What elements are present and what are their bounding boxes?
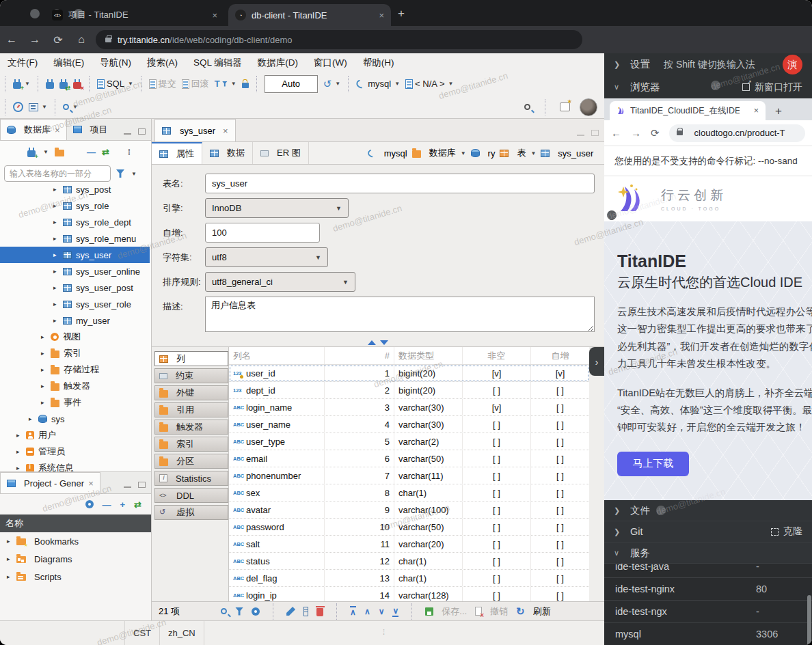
- minimize-panel-icon[interactable]: [124, 486, 131, 488]
- column-autoincrement-checkbox[interactable]: [ ]: [531, 519, 589, 535]
- tree-item[interactable]: ▸ 用户: [0, 427, 150, 443]
- collapse-all-icon[interactable]: —: [87, 147, 96, 157]
- perspective-icon[interactable]: [560, 102, 570, 111]
- category-item[interactable]: 分区: [154, 454, 228, 469]
- new-tab-button[interactable]: +: [398, 7, 405, 20]
- files-section-header[interactable]: ❯ 文件: [604, 500, 812, 521]
- table-row[interactable]: status 12 char(1) [ ] [ ]: [229, 553, 589, 570]
- close-tab-icon[interactable]: ×: [754, 106, 759, 115]
- category-item[interactable]: 约束: [154, 368, 228, 383]
- column-notnull-checkbox[interactable]: [v]: [463, 399, 531, 415]
- lock-button[interactable]: [239, 79, 252, 88]
- git-section-header[interactable]: ❯ Git 克隆: [604, 521, 812, 543]
- table-row[interactable]: user_name 4 varchar(30) [ ] [ ]: [229, 416, 589, 433]
- browser-section-header[interactable]: ∨ 浏览器 新窗口打开: [604, 76, 812, 98]
- revert-icon[interactable]: [475, 607, 482, 616]
- reload-icon[interactable]: ⟳: [46, 33, 70, 46]
- close-tab-icon[interactable]: ×: [223, 126, 228, 136]
- breadcrumb-item[interactable]: 表 ▼: [500, 147, 536, 159]
- view-menu-icon[interactable]: ⁞: [128, 147, 131, 157]
- table-row[interactable]: dept_id 2 bigint(20) [ ] [ ]: [229, 382, 589, 399]
- column-autoincrement-checkbox[interactable]: [ ]: [531, 502, 589, 518]
- close-tab-icon[interactable]: ×: [202, 10, 217, 20]
- expand-arrow-icon[interactable]: ▸: [29, 415, 38, 422]
- column-notnull-checkbox[interactable]: [ ]: [463, 450, 531, 467]
- column-notnull-checkbox[interactable]: [ ]: [463, 467, 531, 484]
- column-autoincrement-checkbox[interactable]: [ ]: [531, 467, 589, 484]
- tree-item[interactable]: ▸ sys_user_role: [0, 296, 150, 312]
- breadcrumb-item[interactable]: ry: [471, 148, 496, 159]
- tree-item[interactable]: ▸ 视图: [0, 329, 150, 345]
- column-notnull-checkbox[interactable]: [ ]: [463, 536, 531, 552]
- project-tree-item[interactable]: ▸ Bookmarks: [0, 532, 151, 550]
- forward-icon[interactable]: →: [631, 127, 641, 139]
- expand-arrow-icon[interactable]: ▸: [41, 366, 51, 373]
- project-tree-item[interactable]: ▸ Diagrams: [0, 550, 151, 568]
- rollback-button[interactable]: 回滚: [179, 78, 212, 90]
- gear-icon[interactable]: [252, 607, 260, 616]
- link-editor-icon[interactable]: ⇄: [102, 147, 109, 157]
- services-section-header[interactable]: ∨ 服务: [604, 543, 812, 564]
- subtab-data[interactable]: 数据: [202, 142, 253, 164]
- category-item[interactable]: Statistics: [154, 471, 228, 486]
- dashboard-button[interactable]: [10, 102, 26, 112]
- subtab-properties[interactable]: 属性: [152, 142, 202, 164]
- search-icon[interactable]: [221, 608, 227, 614]
- expand-arrow-icon[interactable]: ▸: [16, 448, 26, 455]
- expand-arrow-icon[interactable]: ▸: [16, 432, 26, 439]
- table-row[interactable]: login_name 3 varchar(30) [v] [ ]: [229, 399, 589, 416]
- menu-item[interactable]: 窗口(W): [314, 57, 347, 69]
- table-name-input[interactable]: [205, 174, 595, 193]
- service-row[interactable]: mysql 3306: [604, 623, 812, 645]
- connect-button[interactable]: [43, 79, 57, 89]
- collapse-side-panel-button[interactable]: ›: [589, 347, 604, 376]
- table-filter-input[interactable]: [4, 165, 111, 182]
- table-row[interactable]: sex 8 char(1) [ ] [ ]: [229, 484, 589, 502]
- tab-project-general[interactable]: Project - Gener ×: [0, 472, 100, 493]
- expand-arrow-icon[interactable]: ▸: [41, 350, 51, 357]
- subtab-er-diagram[interactable]: ER 图: [253, 142, 309, 164]
- collapse-all-icon[interactable]: —: [103, 499, 111, 510]
- chevron-down-icon[interactable]: ▼: [530, 150, 536, 156]
- project-tree-item[interactable]: ▸ Scripts: [0, 568, 151, 586]
- minimize-panel-icon[interactable]: [124, 133, 131, 135]
- plug-new-icon[interactable]: +: [27, 150, 36, 157]
- reconnect-button[interactable]: ⇄: [57, 79, 70, 89]
- tree-item[interactable]: ▸ sys_role: [0, 197, 150, 214]
- tree-item[interactable]: ▸ 触发器: [0, 378, 150, 394]
- browser-tab-db-client[interactable]: ◔ db-client - TitanIDE ×: [228, 4, 391, 26]
- expand-arrow-icon[interactable]: ▸: [7, 538, 16, 545]
- tab-database[interactable]: 数据库 ×: [0, 119, 67, 140]
- close-tab-icon[interactable]: ×: [88, 478, 94, 489]
- download-button[interactable]: 马上下载: [617, 452, 689, 476]
- gear-icon[interactable]: [85, 500, 94, 508]
- tree-item[interactable]: ▸ sys_user: [0, 247, 150, 263]
- new-folder-icon[interactable]: [55, 150, 64, 156]
- chevron-down-icon[interactable]: ▼: [461, 150, 466, 156]
- user-avatar[interactable]: [580, 98, 597, 116]
- link-editor-icon[interactable]: ⇄: [134, 499, 141, 510]
- table-row[interactable]: password 10 varchar(50) [ ] [ ]: [229, 519, 589, 536]
- tree-item[interactable]: ▸ sys_user_post: [0, 279, 150, 296]
- column-autoincrement-checkbox[interactable]: [v]: [531, 365, 589, 381]
- description-textarea[interactable]: [205, 297, 595, 332]
- revert-button[interactable]: 撤销: [490, 605, 508, 618]
- maximize-panel-icon[interactable]: [138, 128, 146, 135]
- refresh-icon[interactable]: ↻: [516, 605, 525, 618]
- expand-arrow-icon[interactable]: ▸: [53, 268, 63, 275]
- expand-arrow-icon[interactable]: ▸: [41, 399, 51, 406]
- menu-item[interactable]: 导航(N): [100, 57, 131, 69]
- column-notnull-checkbox[interactable]: [ ]: [463, 433, 531, 450]
- category-item[interactable]: 触发器: [154, 420, 228, 435]
- close-window-button[interactable]: [30, 9, 40, 18]
- service-row[interactable]: ide-test-ngx -: [604, 601, 812, 623]
- edit-icon[interactable]: [286, 607, 295, 616]
- engine-select[interactable]: InnoDB▼: [205, 198, 349, 218]
- collapse-down-icon[interactable]: [380, 340, 388, 345]
- go-first-icon[interactable]: ∧: [350, 606, 356, 617]
- expand-arrow-icon[interactable]: ▸: [53, 202, 63, 209]
- add-column-icon[interactable]: [303, 607, 308, 616]
- maximize-panel-icon[interactable]: [138, 482, 146, 488]
- address-bar[interactable]: try.titanide.cn/ide/web/coding/db-client…: [96, 30, 582, 49]
- embedded-browser-tab[interactable]: TitanIDE_CloudIDE_在线IDE_ ×: [610, 101, 766, 120]
